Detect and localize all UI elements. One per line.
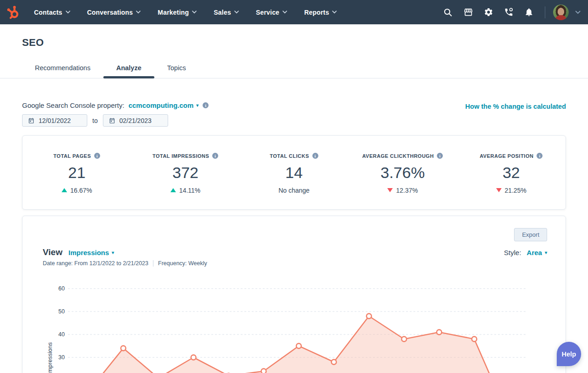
tabs-bar: RecommendationsAnalyzeTopics: [0, 58, 588, 78]
calendar-icon: [28, 117, 34, 124]
data-point-marker[interactable]: [437, 330, 442, 335]
chevron-down-icon: [192, 11, 197, 14]
increase-icon: [62, 188, 67, 192]
info-icon[interactable]: i: [437, 153, 443, 159]
decrease-icon: [387, 188, 393, 192]
stat-change: 12.37%: [396, 187, 418, 194]
nav-item-contacts[interactable]: Contacts: [34, 9, 70, 16]
stat-value: 32: [457, 164, 565, 182]
meta-divider: [153, 260, 153, 267]
y-axis-label: Impressions: [46, 342, 53, 373]
info-icon[interactable]: i: [312, 153, 318, 159]
search-icon[interactable]: [440, 4, 456, 21]
stat-change: 21.25%: [505, 187, 526, 194]
info-icon[interactable]: i: [537, 153, 543, 159]
top-nav: Contacts Conversations Marketing Sales S…: [0, 0, 588, 24]
increase-icon: [170, 188, 176, 192]
chevron-down-icon: [283, 11, 287, 14]
chevron-down-icon: [136, 11, 141, 14]
chevron-down-icon: [332, 11, 337, 14]
end-date-input[interactable]: 02/21/2023: [103, 114, 168, 127]
info-icon[interactable]: i: [94, 153, 100, 159]
data-point-marker[interactable]: [401, 337, 407, 342]
chart-frequency: Frequency: Weekly: [158, 260, 207, 267]
calendar-icon: [109, 117, 115, 124]
stat-value: 3.76%: [348, 164, 457, 182]
user-avatar[interactable]: [553, 5, 569, 20]
stat-label: TOTAL IMPRESSIONS: [153, 153, 209, 159]
style-dropdown[interactable]: Area ▾: [527, 249, 547, 256]
date-to-label: to: [92, 117, 98, 124]
stat-total-impressions: TOTAL IMPRESSIONS i 372 14.11%: [131, 151, 239, 194]
stat-label: AVERAGE CLICKTHROUGH: [362, 153, 434, 159]
view-metric-dropdown[interactable]: Impressions ▾: [68, 249, 114, 256]
help-button[interactable]: Help: [557, 342, 581, 366]
gsc-property-dropdown[interactable]: ccmcomputing.com ▾: [129, 101, 199, 109]
notifications-icon[interactable]: [520, 4, 537, 21]
tab-analyze[interactable]: Analyze: [103, 58, 154, 78]
marketplace-icon[interactable]: [460, 4, 476, 21]
decrease-icon: [496, 188, 502, 192]
stat-average-position: AVERAGE POSITION i 32 21.25%: [457, 151, 565, 194]
stat-value: 21: [23, 164, 131, 182]
stat-value: 372: [131, 164, 239, 182]
impressions-chart: 60504030Impressions: [23, 275, 566, 373]
nav-item-service[interactable]: Service: [256, 9, 287, 16]
data-point-marker[interactable]: [331, 360, 336, 365]
stat-change: No change: [278, 187, 310, 194]
tab-recommendations[interactable]: Recommendations: [22, 58, 103, 78]
stat-value: 14: [240, 164, 348, 182]
data-point-marker[interactable]: [261, 369, 266, 373]
chart-card: Export View Impressions ▾ Style: Area ▾ …: [22, 216, 566, 373]
chevron-down-icon: [234, 11, 239, 14]
stat-change: 16.67%: [70, 187, 92, 194]
stat-change: 14.11%: [179, 187, 200, 194]
style-label: Style:: [504, 249, 521, 256]
gsc-property-label: Google Search Console property:: [22, 101, 124, 109]
primary-nav: Contacts Conversations Marketing Sales S…: [34, 9, 337, 16]
gsc-property-row: Google Search Console property: ccmcompu…: [22, 101, 209, 109]
nav-item-reports[interactable]: Reports: [304, 9, 337, 16]
stat-total-pages: TOTAL PAGES i 21 16.67%: [23, 151, 131, 194]
page-title: SEO: [22, 37, 566, 49]
account-chevron-down-icon[interactable]: [575, 11, 581, 14]
stat-label: AVERAGE POSITION: [480, 153, 533, 159]
view-label: View: [43, 247, 62, 257]
data-point-marker[interactable]: [472, 337, 477, 342]
hubspot-logo-icon[interactable]: [6, 5, 21, 20]
nav-item-conversations[interactable]: Conversations: [87, 9, 141, 16]
stat-total-clicks: TOTAL CLICKS i 14 No change: [240, 151, 348, 194]
summary-stats-card: TOTAL PAGES i 21 16.67%TOTAL IMPRESSIONS…: [22, 135, 566, 210]
nav-divider: [545, 6, 545, 18]
start-date-input[interactable]: 12/01/2022: [22, 114, 87, 127]
calling-icon[interactable]: [500, 4, 517, 21]
chevron-down-icon: ▾: [545, 251, 547, 255]
pct-change-help-link[interactable]: How the % change is calculated: [465, 103, 566, 110]
data-point-marker[interactable]: [367, 314, 372, 319]
data-point-marker[interactable]: [121, 346, 126, 351]
y-tick-label: 30: [58, 354, 65, 361]
data-point-marker[interactable]: [191, 355, 196, 360]
info-icon[interactable]: i: [203, 102, 209, 108]
y-tick-label: 60: [58, 285, 65, 292]
chevron-down-icon: [66, 11, 70, 14]
y-tick-label: 50: [58, 308, 65, 315]
stat-label: TOTAL PAGES: [53, 153, 91, 159]
nav-utilities: [440, 4, 581, 21]
export-button[interactable]: Export: [514, 228, 547, 241]
chevron-down-icon: ▾: [112, 251, 114, 255]
info-icon[interactable]: i: [212, 153, 218, 159]
stat-label: TOTAL CLICKS: [270, 153, 309, 159]
data-point-marker[interactable]: [296, 344, 301, 349]
chart-date-range: Date range: From 12/1/2022 to 2/21/2023: [43, 260, 148, 267]
y-tick-label: 40: [58, 331, 65, 338]
chevron-down-icon: ▾: [196, 103, 198, 108]
nav-item-marketing[interactable]: Marketing: [158, 9, 197, 16]
settings-icon[interactable]: [480, 4, 497, 21]
nav-item-sales[interactable]: Sales: [214, 9, 239, 16]
stat-average-clickthrough: AVERAGE CLICKTHROUGH i 3.76% 12.37%: [348, 151, 457, 194]
tab-topics[interactable]: Topics: [154, 58, 199, 78]
